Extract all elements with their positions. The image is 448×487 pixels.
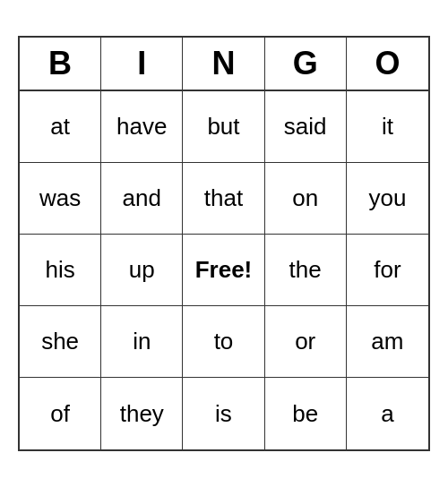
cell-15[interactable]: she	[20, 306, 101, 378]
cell-24[interactable]: a	[347, 378, 428, 449]
cell-5[interactable]: was	[20, 163, 101, 235]
cell-22[interactable]: is	[183, 378, 264, 449]
cell-17[interactable]: to	[183, 306, 264, 378]
cell-9[interactable]: you	[347, 163, 428, 235]
cell-7[interactable]: that	[183, 163, 264, 235]
cell-14[interactable]: for	[347, 235, 428, 306]
header-b: B	[20, 38, 101, 90]
cell-1[interactable]: have	[101, 91, 183, 163]
cell-4[interactable]: it	[347, 91, 428, 163]
cell-10[interactable]: his	[20, 235, 101, 306]
cell-2[interactable]: but	[183, 91, 264, 163]
cell-18[interactable]: or	[265, 306, 347, 378]
header-o: O	[347, 38, 428, 90]
header-g: G	[265, 38, 347, 90]
cell-0[interactable]: at	[20, 91, 101, 163]
cell-13[interactable]: the	[265, 235, 347, 306]
header-n: N	[183, 38, 264, 90]
cell-12-free[interactable]: Free!	[183, 235, 264, 306]
bingo-grid: at have but said it was and that on you …	[20, 91, 428, 449]
cell-19[interactable]: am	[347, 306, 428, 378]
cell-21[interactable]: they	[101, 378, 183, 449]
cell-11[interactable]: up	[101, 235, 183, 306]
cell-6[interactable]: and	[101, 163, 183, 235]
cell-8[interactable]: on	[265, 163, 347, 235]
bingo-header: B I N G O	[20, 38, 428, 91]
cell-23[interactable]: be	[265, 378, 347, 449]
cell-20[interactable]: of	[20, 378, 101, 449]
bingo-card: B I N G O at have but said it was and th…	[18, 36, 430, 451]
cell-16[interactable]: in	[101, 306, 183, 378]
header-i: I	[101, 38, 183, 90]
cell-3[interactable]: said	[265, 91, 347, 163]
